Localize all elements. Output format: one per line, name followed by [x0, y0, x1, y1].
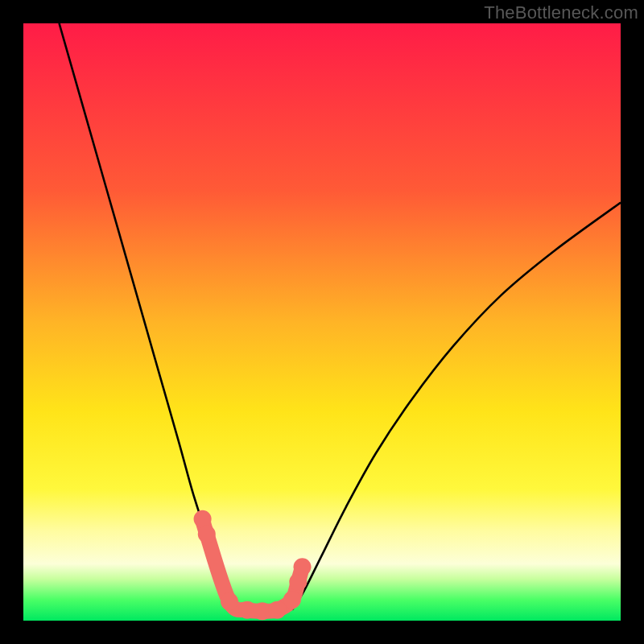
- valley-marker-dot: [289, 573, 307, 591]
- valley-marker-dot: [268, 601, 286, 619]
- valley-marker-dot: [294, 558, 312, 576]
- valley-marker-dot: [194, 510, 212, 528]
- valley-marker-dot: [221, 592, 238, 610]
- gradient-background: [23, 23, 621, 621]
- plot-area: [23, 23, 621, 621]
- watermark-text: TheBottleneck.com: [484, 2, 638, 23]
- valley-marker-dot: [283, 591, 301, 609]
- valley-marker-dot: [198, 525, 216, 543]
- chart-svg: [23, 23, 621, 621]
- chart-frame: TheBottleneck.com: [0, 0, 644, 644]
